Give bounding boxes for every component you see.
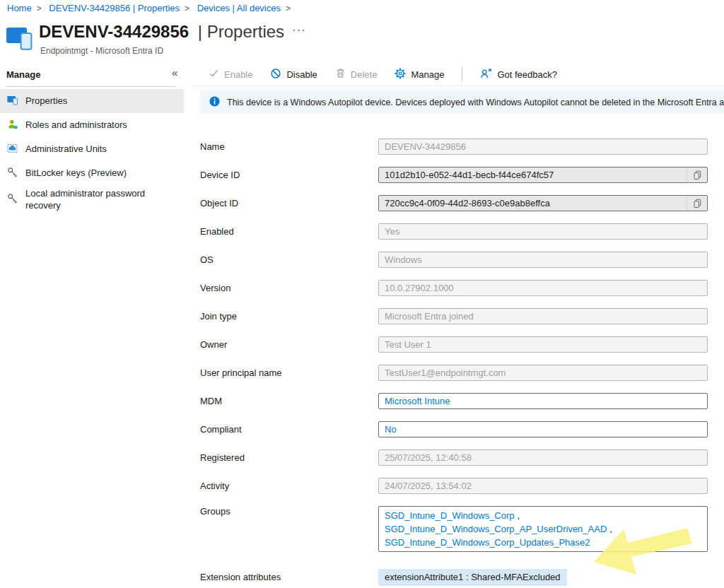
got-feedback-button-label: Got feedback? [497, 69, 557, 80]
field-label: Enabled [200, 226, 378, 237]
form-row: Join type Microsoft Entra joined [200, 308, 708, 324]
collapse-menu-chevron-icon[interactable]: « [172, 66, 177, 78]
check-icon [209, 68, 219, 81]
field-value-text: 720cc9c4-0f09-44d2-8693-c0e9ab8effca [385, 198, 550, 208]
toolbar-divider-line [192, 86, 724, 86]
form-rows: Name DEVENV-34429856 Device ID 101d2b10-… [200, 139, 708, 494]
groups-box: SGD_Intune_D_Windows_Corp, SGD_Intune_D_… [378, 506, 708, 552]
group-link[interactable]: SGD_Intune_D_Windows_Corp_Updates_Phase2 [385, 537, 590, 548]
extension-value-area: extensionAttribute1 : Shared-MFAExcluded [378, 572, 708, 582]
group-link[interactable]: SGD_Intune_D_Windows_Corp_AP_UserDriven_… [385, 524, 607, 534]
breadcrumb-link[interactable]: Home [7, 3, 32, 13]
block-icon [270, 68, 281, 81]
manage-button-label: Manage [411, 69, 444, 80]
breadcrumb-link[interactable]: Devices | All devices [197, 3, 281, 13]
copy-icon[interactable] [687, 167, 707, 182]
more-options-ellipsis-icon[interactable]: ··· [292, 23, 306, 37]
manage-button[interactable]: Manage [395, 68, 444, 81]
enable-button: Enable [209, 68, 252, 81]
key-icon [7, 193, 18, 206]
group-separator: , [609, 524, 612, 534]
sidebar-item-properties[interactable]: Properties [0, 89, 184, 113]
disable-button[interactable]: Disable [270, 68, 317, 81]
sidebar-item-label: Administrative Units [25, 143, 107, 155]
form-row: User principal name TestUser1@endpointmg… [200, 365, 708, 381]
group-link[interactable]: SGD_Intune_D_Windows_Corp [385, 510, 515, 521]
devices-icon [6, 26, 34, 52]
field-label: Name [200, 141, 378, 152]
key-icon [7, 167, 18, 180]
breadcrumb-link[interactable]: DEVENV-34429856 | Properties [49, 3, 180, 13]
form-row: Registered 25/07/2025, 12:40:58 [200, 449, 708, 466]
form-row: Name DEVENV-34429856 [200, 139, 708, 155]
sidebar-divider [6, 86, 175, 87]
field-value-readonly: DEVENV-34429856 [378, 139, 708, 155]
field-label: Device ID [200, 170, 378, 180]
field-label: Version [200, 283, 378, 293]
sidebar-item-label: Local administrator password recovery [25, 188, 170, 212]
sidebar-item-label: BitLocker keys (Preview) [25, 167, 127, 180]
feedback-person-icon [480, 68, 492, 81]
group-line: SGD_Intune_D_Windows_Corp_AP_UserDriven_… [385, 522, 701, 536]
field-label: Object ID [200, 198, 378, 208]
extension-attributes-row: Extension attributes extensionAttribute1… [200, 568, 708, 586]
form-row: Owner Test User 1 [200, 336, 708, 353]
field-value-text: 101d2b10-e052-44d1-becb-f44ce674fc57 [385, 170, 554, 180]
breadcrumb-separator: > [286, 4, 291, 13]
enable-button-label: Enable [224, 69, 252, 80]
field-label: Activity [200, 481, 378, 491]
sidebar-item-label: Properties [25, 95, 67, 107]
form-row: Version 10.0.27902.1000 [200, 280, 708, 296]
copy-icon[interactable] [687, 196, 707, 211]
form-row: MDM Microsoft Intune [200, 393, 708, 409]
form-row: Enabled Yes [200, 223, 708, 240]
autopilot-info-banner: This device is a Windows Autopilot devic… [200, 90, 724, 114]
group-line: SGD_Intune_D_Windows_Corp, [385, 509, 701, 522]
field-value-readonly: TestUser1@endpointmgt.com [378, 365, 708, 381]
form-row: Activity 24/07/2025, 13:54:02 [200, 478, 708, 494]
sidebar-item-roles-and-administrators[interactable]: Roles and administrators [0, 113, 184, 137]
field-value-readonly: Test User 1 [378, 336, 708, 353]
properties-form: Name DEVENV-34429856 Device ID 101d2b10-… [200, 139, 708, 588]
field-label: Owner [200, 339, 378, 350]
form-row: Device ID 101d2b10-e052-44d1-becb-f44ce6… [200, 167, 708, 183]
gear-icon [395, 68, 406, 81]
field-value-link[interactable]: No [385, 424, 397, 435]
page-title: DEVENV-34429856 | Properties [39, 22, 284, 42]
field-value-readonly: 25/07/2025, 12:40:58 [378, 449, 708, 466]
field-label: Join type [200, 311, 378, 322]
field-label: OS [200, 254, 378, 265]
field-value-readonly: 24/07/2025, 13:54:02 [378, 478, 708, 494]
sidebar-item-administrative-units[interactable]: Administrative Units [0, 137, 184, 161]
trash-icon [335, 68, 346, 81]
page-subtitle: Endpointmgt - Microsoft Entra ID [40, 46, 163, 56]
sidebar-item-label: Roles and administrators [25, 119, 127, 131]
form-row: Compliant No [200, 421, 708, 437]
field-label: Groups [200, 506, 378, 517]
roles-person-icon [7, 119, 18, 132]
page-title-section: | Properties [198, 22, 284, 41]
field-value-readonly: Windows [378, 252, 708, 268]
group-separator: , [518, 510, 520, 521]
form-row: OS Windows [200, 252, 708, 268]
admin-units-icon [7, 143, 18, 156]
field-label: Compliant [200, 424, 378, 435]
field-value-box: Microsoft Intune [378, 393, 708, 409]
got-feedback-button[interactable]: Got feedback? [480, 68, 557, 81]
field-label: Extension attributes [200, 572, 378, 582]
devices-icon [7, 95, 18, 107]
field-value-link[interactable]: Microsoft Intune [385, 396, 450, 406]
extension-attribute-highlighted-value: extensionAttribute1 : Shared-MFAExcluded [378, 569, 567, 586]
field-value-readonly: 10.0.27902.1000 [378, 280, 708, 296]
sidebar: Manage Properties Roles and administrato… [0, 62, 184, 588]
sidebar-item-local-admin-password-recovery[interactable]: Local administrator password recovery [0, 185, 184, 215]
field-value-readonly: Yes [378, 223, 708, 240]
sidebar-item-bitlocker-keys[interactable]: BitLocker keys (Preview) [0, 161, 184, 185]
field-value-box: No [378, 421, 708, 437]
info-icon [209, 96, 220, 109]
field-value-copyable: 720cc9c4-0f09-44d2-8693-c0e9ab8effca [378, 195, 708, 211]
groups-row: Groups SGD_Intune_D_Windows_Corp, SGD_In… [200, 506, 708, 552]
delete-button: Delete [335, 68, 378, 81]
field-value-readonly: Microsoft Entra joined [378, 308, 708, 324]
breadcrumb: Home> DEVENV-34429856 | Properties> Devi… [7, 3, 296, 13]
